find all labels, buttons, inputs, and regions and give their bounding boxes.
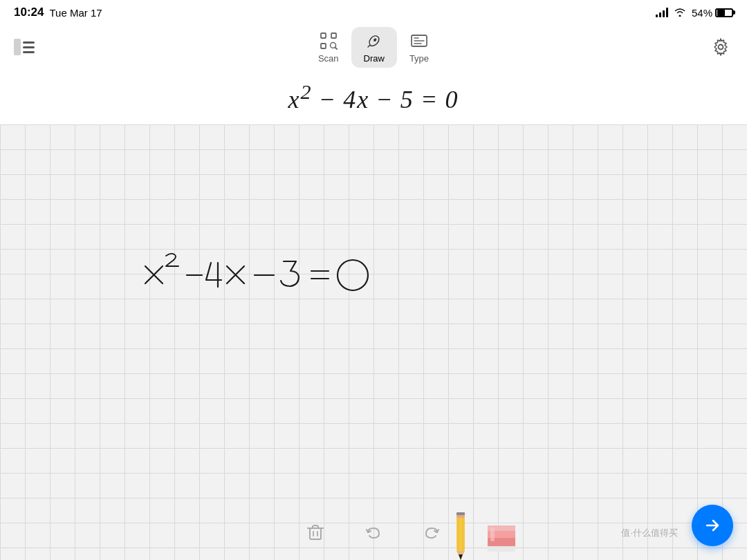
svg-marker-29 — [456, 551, 465, 554]
formula-display: x2 − 4x − 5 = 0 — [0, 69, 747, 124]
signal-icon — [656, 8, 668, 17]
pencil-tool[interactable] — [448, 506, 473, 560]
svg-marker-28 — [459, 554, 463, 560]
settings-area[interactable] — [708, 35, 733, 59]
svg-rect-35 — [488, 546, 515, 552]
svg-rect-26 — [456, 512, 465, 515]
redo-button[interactable] — [416, 517, 447, 548]
status-time: 10:24 — [14, 6, 44, 19]
handwritten-equation — [124, 235, 484, 321]
top-bar: Scan Draw — [0, 25, 747, 69]
eraser-icon — [484, 515, 519, 560]
svg-point-19 — [338, 260, 368, 290]
delete-button[interactable] — [300, 517, 331, 548]
pencil-icon — [451, 508, 470, 560]
status-left: 10:24 Tue Mar 17 — [14, 6, 102, 19]
svg-rect-1 — [23, 41, 35, 44]
svg-rect-20 — [310, 528, 321, 539]
status-bar: 10:24 Tue Mar 17 54% — [0, 0, 747, 25]
status-date: Tue Mar 17 — [49, 7, 102, 19]
scan-label: Scan — [318, 53, 339, 64]
tab-scan[interactable]: Scan — [306, 27, 351, 68]
svg-rect-4 — [321, 33, 326, 38]
draw-icon — [365, 31, 384, 50]
battery-icon — [715, 8, 733, 17]
svg-rect-2 — [23, 46, 35, 48]
bottom-toolbar — [0, 505, 747, 560]
draw-label: Draw — [364, 53, 385, 64]
wifi-icon — [674, 7, 686, 19]
sidebar-toggle-button[interactable] — [14, 37, 39, 57]
type-icon — [409, 31, 429, 50]
grid-background — [0, 124, 747, 560]
battery-indicator: 54% — [692, 7, 733, 19]
mode-tabs: Scan Draw — [306, 27, 441, 68]
redo-icon — [422, 523, 441, 542]
undo-button[interactable] — [358, 517, 389, 548]
type-label: Type — [409, 53, 429, 64]
drawing-area[interactable] — [0, 124, 747, 560]
status-right: 54% — [656, 7, 733, 19]
gear-icon — [711, 37, 730, 57]
svg-rect-3 — [23, 51, 35, 53]
tab-draw[interactable]: Draw — [351, 27, 397, 68]
settings-button[interactable] — [708, 35, 733, 59]
svg-rect-0 — [14, 39, 21, 55]
svg-point-14 — [719, 45, 723, 50]
tab-type[interactable]: Type — [397, 27, 441, 68]
svg-line-8 — [335, 47, 337, 49]
svg-rect-36 — [490, 528, 495, 541]
battery-percent: 54% — [692, 7, 712, 19]
trash-icon — [306, 523, 325, 542]
svg-rect-24 — [456, 515, 465, 551]
svg-rect-5 — [331, 33, 336, 38]
svg-point-9 — [374, 39, 376, 41]
undo-icon — [364, 523, 383, 542]
eraser-tool[interactable] — [483, 510, 520, 560]
scan-icon — [319, 31, 338, 50]
sidebar-toggle-area[interactable] — [14, 37, 39, 57]
svg-rect-6 — [321, 44, 326, 48]
rendered-formula: x2 − 4x − 5 = 0 — [288, 80, 459, 114]
sidebar-icon — [14, 39, 35, 55]
